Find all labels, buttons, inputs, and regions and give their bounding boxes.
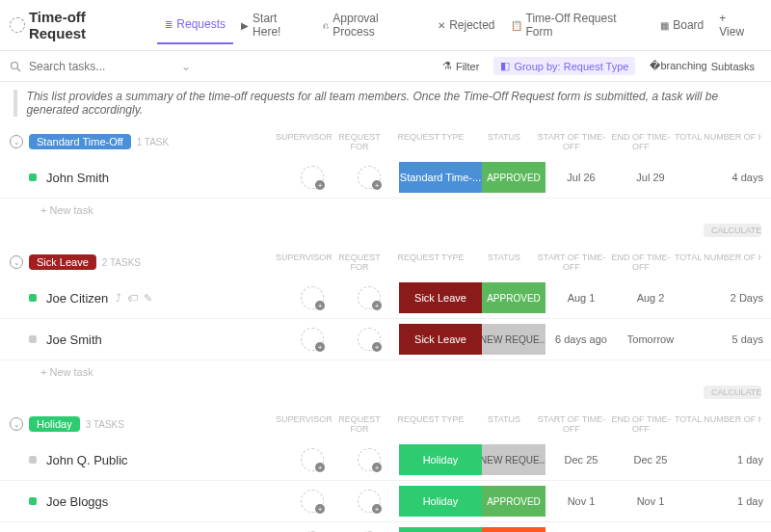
end-date-cell[interactable]: Nov 1 <box>617 486 684 517</box>
col-status[interactable]: STATUS <box>472 253 536 272</box>
avatar-placeholder-icon[interactable] <box>358 448 381 471</box>
group-badge[interactable]: Sick Leave <box>29 254 96 270</box>
group-badge[interactable]: Holiday <box>29 416 80 432</box>
task-name[interactable]: Joe Citizen <box>46 291 108 306</box>
start-date-cell[interactable]: Jul 26 <box>545 162 617 193</box>
supervisor-cell[interactable] <box>285 162 339 193</box>
filter-button[interactable]: ⚗Filter <box>436 57 486 75</box>
col-start[interactable]: START OF TIME-OFF <box>536 414 607 434</box>
col-supervisor[interactable]: SUPERVISOR <box>276 253 330 272</box>
tab-board[interactable]: ▦Board <box>652 6 711 44</box>
subtask-icon[interactable]: ⤴ <box>116 292 121 305</box>
col-request-for[interactable]: REQUEST FOR <box>330 253 389 272</box>
tab-start-here-[interactable]: ▶Start Here! <box>233 6 315 44</box>
request-for-cell[interactable] <box>339 444 399 475</box>
search-input[interactable] <box>29 60 173 73</box>
start-date-cell[interactable]: Aug 1 <box>545 282 617 313</box>
request-type-cell[interactable]: Sick Leave <box>399 282 482 313</box>
avatar-placeholder-icon[interactable] <box>358 166 381 189</box>
task-name[interactable]: John Q. Public <box>46 453 128 467</box>
request-type-cell[interactable]: Holiday <box>399 527 482 532</box>
avatar-placeholder-icon[interactable] <box>301 490 324 513</box>
supervisor-cell[interactable] <box>285 527 339 532</box>
edit-icon[interactable]: ✎ <box>144 292 152 305</box>
supervisor-cell[interactable] <box>285 282 339 313</box>
search-icon[interactable] <box>10 61 21 72</box>
task-row[interactable]: John SmithStandard Time-...APPROVEDJul 2… <box>0 157 771 199</box>
avatar-placeholder-icon[interactable] <box>358 286 381 309</box>
avatar-placeholder-icon[interactable] <box>358 328 381 351</box>
end-date-cell[interactable]: Dec 25 <box>617 444 684 475</box>
col-request-type[interactable]: REQUEST TYPE <box>389 414 472 434</box>
request-type-cell[interactable]: Standard Time-... <box>399 162 482 193</box>
col-supervisor[interactable]: SUPERVISOR <box>276 132 330 151</box>
tab-time-off-request-form[interactable]: 📋Time-Off Request Form <box>503 6 653 44</box>
col-status[interactable]: STATUS <box>472 132 536 151</box>
total-cell[interactable]: 1 day <box>684 486 771 517</box>
tag-icon[interactable]: 🏷 <box>127 292 138 305</box>
supervisor-cell[interactable] <box>285 324 339 355</box>
end-date-cell[interactable]: Jul 29 <box>617 162 684 193</box>
supervisor-cell[interactable] <box>285 444 339 475</box>
request-type-cell[interactable]: Holiday <box>399 444 482 475</box>
status-cell[interactable]: APPROVED <box>482 486 545 517</box>
tab--view[interactable]: + View <box>711 6 761 44</box>
supervisor-cell[interactable] <box>285 486 339 517</box>
col-start[interactable]: START OF TIME-OFF <box>536 132 607 151</box>
avatar-placeholder-icon[interactable] <box>301 448 324 471</box>
end-date-cell[interactable]: Aug 2 <box>617 282 684 313</box>
avatar-placeholder-icon[interactable] <box>301 286 324 309</box>
task-name[interactable]: Joe Bloggs <box>46 494 108 509</box>
start-date-cell[interactable]: 6 days ago <box>545 324 617 355</box>
end-date-cell[interactable]: Tomorrow <box>617 324 684 355</box>
request-type-cell[interactable]: Sick Leave <box>399 324 482 355</box>
status-cell[interactable]: NEW REQUE... <box>482 324 545 355</box>
request-for-cell[interactable] <box>339 282 399 313</box>
start-date-cell[interactable]: Dec 25 <box>545 444 617 475</box>
task-name[interactable]: John Smith <box>46 171 109 185</box>
start-date-cell[interactable]: Nov 1 <box>545 486 617 517</box>
col-status[interactable]: STATUS <box>472 414 536 434</box>
collapse-icon[interactable]: ⌄ <box>10 135 23 148</box>
total-cell[interactable]: 5 days <box>684 324 771 355</box>
subtasks-button[interactable]: �branchingSubtasks <box>643 57 761 75</box>
new-task-button[interactable]: + New task <box>0 360 771 384</box>
tab-approval-process[interactable]: ⎌Approval Process <box>315 6 430 44</box>
status-cell[interactable]: APPROVED <box>482 282 545 313</box>
request-for-cell[interactable] <box>339 162 399 193</box>
task-row[interactable]: Joe BloggsHolidayAPPROVEDNov 1Nov 11 day <box>0 481 771 522</box>
task-name[interactable]: Joe Smith <box>46 332 102 347</box>
col-total[interactable]: TOTAL NUMBER OF HOURS <box>675 414 761 434</box>
col-request-type[interactable]: REQUEST TYPE <box>389 132 472 151</box>
task-row[interactable]: Joe Citizen⤴🏷✎Sick LeaveAPPROVEDAug 1Aug… <box>0 278 771 319</box>
end-date-cell[interactable]: Sep 9 <box>617 527 684 532</box>
total-cell[interactable]: 2 Days <box>684 282 771 313</box>
task-row[interactable]: Jane SmithHolidayREJECTEDSep 8Sep 92 Day… <box>0 522 771 532</box>
col-supervisor[interactable]: SUPERVISOR <box>276 414 330 434</box>
total-cell[interactable]: 2 Days <box>684 527 771 532</box>
col-end[interactable]: END OF TIME-OFF <box>607 414 675 434</box>
col-end[interactable]: END OF TIME-OFF <box>607 132 675 151</box>
col-request-type[interactable]: REQUEST TYPE <box>389 253 472 272</box>
group-by-button[interactable]: ◧Group by: Request Type <box>493 57 635 75</box>
status-square[interactable] <box>29 335 37 343</box>
col-end[interactable]: END OF TIME-OFF <box>607 253 675 272</box>
new-task-button[interactable]: + New task <box>0 199 771 222</box>
total-cell[interactable]: 4 days <box>684 162 771 193</box>
task-row[interactable]: John Q. PublicHolidayNEW REQUE...Dec 25D… <box>0 439 771 481</box>
status-square[interactable] <box>29 294 37 302</box>
tab-rejected[interactable]: ✕Rejected <box>430 6 502 44</box>
collapse-icon[interactable]: ⌄ <box>10 255 23 269</box>
status-square[interactable] <box>29 456 37 464</box>
col-total[interactable]: TOTAL NUMBER OF HOURS <box>675 132 761 151</box>
col-total[interactable]: TOTAL NUMBER OF HOURS <box>675 253 761 272</box>
calculate-button[interactable]: CALCULATE <box>704 224 761 237</box>
avatar-placeholder-icon[interactable] <box>358 490 381 513</box>
status-square[interactable] <box>29 173 37 181</box>
status-cell[interactable]: NEW REQUE... <box>482 444 545 475</box>
avatar-placeholder-icon[interactable] <box>301 166 324 189</box>
collapse-icon[interactable]: ⌄ <box>10 417 23 431</box>
tab-requests[interactable]: ≣Requests <box>157 6 233 44</box>
col-request-for[interactable]: REQUEST FOR <box>330 414 389 434</box>
request-type-cell[interactable]: Holiday <box>399 486 482 517</box>
